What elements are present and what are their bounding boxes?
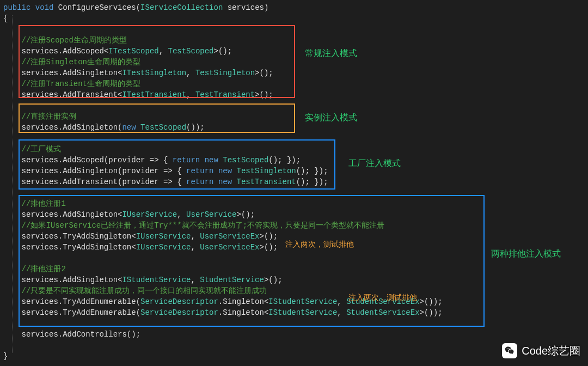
annotation-regular: 常规注入模式 <box>305 48 357 59</box>
watermark-text: Code综艺圈 <box>522 344 580 358</box>
comment: //注册Transient生命周期的类型 <box>3 78 585 89</box>
code-line: services.AddControllers(); <box>3 329 585 340</box>
code-line: services.AddSingleton(new TestScoped()); <box>3 122 585 133</box>
comment: //直接注册实例 <box>3 111 585 122</box>
brace-close: } <box>3 351 585 362</box>
code-line: services.TryAddEnumerable(ServiceDescrip… <box>3 307 585 318</box>
annotation-factory: 工厂注入模式 <box>348 158 401 169</box>
annotation-instance: 实例注入模式 <box>305 112 357 123</box>
code-line: services.AddScoped<ITestScoped, TestScop… <box>3 46 585 57</box>
code-line: services.AddSingleton<IStudentService, S… <box>3 274 585 285</box>
code-line: services.AddTransient(provider => { retu… <box>3 176 585 187</box>
comment: //排他注册2 <box>3 264 585 274</box>
wechat-icon <box>502 343 517 358</box>
annotation-inject-2: 注入两次，测试排他 <box>348 292 417 303</box>
fold-guide <box>12 15 13 353</box>
code-line: services.TryAddEnumerable(ServiceDescrip… <box>3 296 585 307</box>
code-line: services.AddSingleton(provider => { retu… <box>3 166 585 176</box>
comment: //工厂模式 <box>3 144 585 155</box>
code-line: services.AddScoped(provider => { return … <box>3 155 585 166</box>
code-line: services.AddSingleton<ITestSingleton, Te… <box>3 68 585 78</box>
annotation-inject-1: 注入两次，测试排他 <box>285 239 354 249</box>
watermark: Code综艺圈 <box>502 343 580 358</box>
method-signature: public void ConfigureServices(IServiceCo… <box>3 2 585 13</box>
code-editor: public void ConfigureServices(IServiceCo… <box>0 0 588 364</box>
comment: //注册Scoped生命周期的类型 <box>3 35 585 46</box>
comment: //只要是不同实现就能注册成功，同一个接口的相同实现就不能注册成功 <box>3 285 585 296</box>
comment: //排他注册1 <box>3 198 585 209</box>
annotation-exclusive: 两种排他注入模式 <box>491 248 578 259</box>
code-line: services.AddSingleton<IUserService, User… <box>3 209 585 220</box>
comment: //如果IUserService已经注册，通过Try***就不会注册成功了;不管… <box>3 220 585 231</box>
brace-open: { <box>3 13 585 24</box>
comment: //注册Singleton生命周期的类型 <box>3 57 585 68</box>
code-line: services.AddTransient<ITestTransient, Te… <box>3 89 585 100</box>
